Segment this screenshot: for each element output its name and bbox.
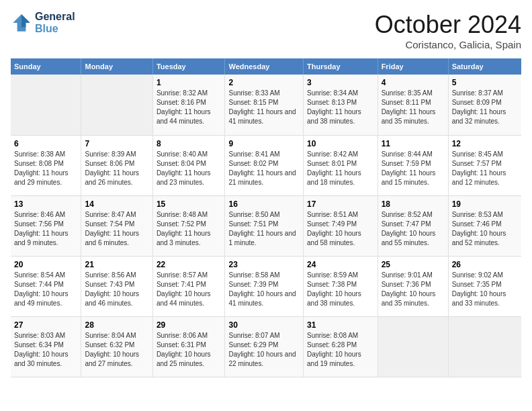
calendar-cell: 5Sunrise: 8:37 AM Sunset: 8:09 PM Daylig… (448, 75, 521, 135)
calendar-cell: 15Sunrise: 8:48 AM Sunset: 7:52 PM Dayli… (152, 195, 225, 256)
day-number: 20 (14, 260, 77, 269)
day-number: 28 (85, 320, 148, 330)
calendar-cell: 7Sunrise: 8:39 AM Sunset: 8:06 PM Daylig… (81, 135, 152, 195)
day-detail: Sunrise: 8:53 AM Sunset: 7:46 PM Dayligh… (452, 210, 518, 248)
calendar-cell: 3Sunrise: 8:34 AM Sunset: 8:13 PM Daylig… (304, 75, 378, 135)
day-number: 27 (14, 320, 77, 330)
logo-text: General Blue (35, 11, 75, 35)
day-detail: Sunrise: 8:59 AM Sunset: 7:38 PM Dayligh… (307, 271, 374, 308)
calendar-cell: 25Sunrise: 9:01 AM Sunset: 7:36 PM Dayli… (378, 256, 448, 316)
calendar-cell (448, 316, 521, 377)
day-number: 13 (14, 199, 77, 209)
day-detail: Sunrise: 8:07 AM Sunset: 6:29 PM Dayligh… (228, 331, 300, 369)
day-detail: Sunrise: 8:51 AM Sunset: 7:49 PM Dayligh… (307, 210, 374, 248)
day-number: 21 (85, 260, 148, 269)
calendar-cell: 27Sunrise: 8:03 AM Sunset: 6:34 PM Dayli… (11, 316, 81, 377)
calendar-cell: 4Sunrise: 8:35 AM Sunset: 8:11 PM Daylig… (378, 75, 448, 135)
calendar-cell: 9Sunrise: 8:41 AM Sunset: 8:02 PM Daylig… (225, 135, 304, 195)
calendar-cell: 13Sunrise: 8:46 AM Sunset: 7:56 PM Dayli… (11, 195, 81, 256)
logo-icon (11, 12, 32, 34)
day-detail: Sunrise: 8:32 AM Sunset: 8:16 PM Dayligh… (157, 89, 222, 126)
day-number: 7 (85, 139, 148, 148)
day-detail: Sunrise: 8:33 AM Sunset: 8:15 PM Dayligh… (228, 89, 300, 126)
day-number: 1 (157, 78, 222, 87)
day-number: 3 (307, 78, 374, 87)
title-block: October 2024 Coristanco, Galicia, Spain (375, 11, 521, 50)
day-number: 8 (157, 139, 222, 148)
calendar-cell: 18Sunrise: 8:52 AM Sunset: 7:47 PM Dayli… (378, 195, 448, 256)
calendar-cell: 29Sunrise: 8:06 AM Sunset: 6:31 PM Dayli… (152, 316, 225, 377)
calendar-table: SundayMondayTuesdayWednesdayThursdayFrid… (11, 58, 521, 377)
calendar-week-row: 13Sunrise: 8:46 AM Sunset: 7:56 PM Dayli… (11, 195, 521, 256)
day-detail: Sunrise: 8:46 AM Sunset: 7:56 PM Dayligh… (14, 210, 77, 248)
calendar-cell: 19Sunrise: 8:53 AM Sunset: 7:46 PM Dayli… (448, 195, 521, 256)
day-number: 9 (228, 139, 300, 148)
day-number: 18 (382, 199, 445, 209)
day-detail: Sunrise: 8:38 AM Sunset: 8:08 PM Dayligh… (14, 150, 77, 187)
day-detail: Sunrise: 8:40 AM Sunset: 8:04 PM Dayligh… (157, 150, 222, 187)
day-number: 6 (14, 139, 77, 148)
day-number: 14 (85, 199, 148, 209)
calendar-cell: 23Sunrise: 8:58 AM Sunset: 7:39 PM Dayli… (225, 256, 304, 316)
weekday-header: Tuesday (152, 58, 225, 75)
calendar-cell: 17Sunrise: 8:51 AM Sunset: 7:49 PM Dayli… (304, 195, 378, 256)
day-number: 11 (382, 139, 445, 148)
weekday-header: Saturday (448, 58, 521, 75)
day-number: 22 (157, 260, 222, 269)
day-number: 26 (452, 260, 518, 269)
day-detail: Sunrise: 8:58 AM Sunset: 7:39 PM Dayligh… (228, 271, 300, 308)
day-detail: Sunrise: 8:44 AM Sunset: 7:59 PM Dayligh… (382, 150, 445, 187)
calendar-cell: 10Sunrise: 8:42 AM Sunset: 8:01 PM Dayli… (304, 135, 378, 195)
calendar-cell: 1Sunrise: 8:32 AM Sunset: 8:16 PM Daylig… (152, 75, 225, 135)
day-number: 30 (228, 320, 300, 330)
day-detail: Sunrise: 8:45 AM Sunset: 7:57 PM Dayligh… (452, 150, 518, 187)
calendar-cell: 21Sunrise: 8:56 AM Sunset: 7:43 PM Dayli… (81, 256, 152, 316)
calendar-cell: 22Sunrise: 8:57 AM Sunset: 7:41 PM Dayli… (152, 256, 225, 316)
calendar-cell: 12Sunrise: 8:45 AM Sunset: 7:57 PM Dayli… (448, 135, 521, 195)
page-header: General Blue October 2024 Coristanco, Ga… (11, 11, 521, 50)
day-detail: Sunrise: 8:34 AM Sunset: 8:13 PM Dayligh… (307, 89, 374, 126)
calendar-cell (11, 75, 81, 135)
day-number: 2 (228, 78, 300, 87)
calendar-week-row: 27Sunrise: 8:03 AM Sunset: 6:34 PM Dayli… (11, 316, 521, 377)
day-detail: Sunrise: 8:37 AM Sunset: 8:09 PM Dayligh… (452, 89, 518, 126)
weekday-header: Wednesday (225, 58, 304, 75)
day-detail: Sunrise: 8:57 AM Sunset: 7:41 PM Dayligh… (157, 271, 222, 308)
calendar-cell: 30Sunrise: 8:07 AM Sunset: 6:29 PM Dayli… (225, 316, 304, 377)
day-number: 12 (452, 139, 518, 148)
day-number: 15 (157, 199, 222, 209)
day-detail: Sunrise: 8:47 AM Sunset: 7:54 PM Dayligh… (85, 210, 148, 248)
logo: General Blue (11, 11, 75, 35)
day-number: 16 (228, 199, 300, 209)
calendar-cell: 8Sunrise: 8:40 AM Sunset: 8:04 PM Daylig… (152, 135, 225, 195)
weekday-header: Thursday (304, 58, 378, 75)
calendar-cell: 24Sunrise: 8:59 AM Sunset: 7:38 PM Dayli… (304, 256, 378, 316)
day-detail: Sunrise: 8:41 AM Sunset: 8:02 PM Dayligh… (228, 150, 300, 187)
day-number: 24 (307, 260, 374, 269)
weekday-header: Monday (81, 58, 152, 75)
day-number: 29 (157, 320, 222, 330)
calendar-cell: 20Sunrise: 8:54 AM Sunset: 7:44 PM Dayli… (11, 256, 81, 316)
day-detail: Sunrise: 8:08 AM Sunset: 6:28 PM Dayligh… (307, 331, 374, 369)
svg-marker-1 (21, 14, 30, 27)
day-detail: Sunrise: 8:03 AM Sunset: 6:34 PM Dayligh… (14, 331, 77, 369)
day-detail: Sunrise: 9:02 AM Sunset: 7:35 PM Dayligh… (452, 271, 518, 308)
day-number: 19 (452, 199, 518, 209)
calendar-cell: 16Sunrise: 8:50 AM Sunset: 7:51 PM Dayli… (225, 195, 304, 256)
day-detail: Sunrise: 8:48 AM Sunset: 7:52 PM Dayligh… (157, 210, 222, 248)
month-title: October 2024 (375, 11, 521, 39)
day-number: 23 (228, 260, 300, 269)
day-detail: Sunrise: 8:56 AM Sunset: 7:43 PM Dayligh… (85, 271, 148, 308)
calendar-cell: 26Sunrise: 9:02 AM Sunset: 7:35 PM Dayli… (448, 256, 521, 316)
calendar-cell: 2Sunrise: 8:33 AM Sunset: 8:15 PM Daylig… (225, 75, 304, 135)
calendar-cell (378, 316, 448, 377)
calendar-cell: 31Sunrise: 8:08 AM Sunset: 6:28 PM Dayli… (304, 316, 378, 377)
day-detail: Sunrise: 9:01 AM Sunset: 7:36 PM Dayligh… (382, 271, 445, 308)
location-subtitle: Coristanco, Galicia, Spain (375, 39, 521, 50)
day-number: 31 (307, 320, 374, 330)
weekday-header-row: SundayMondayTuesdayWednesdayThursdayFrid… (11, 58, 521, 75)
calendar-week-row: 1Sunrise: 8:32 AM Sunset: 8:16 PM Daylig… (11, 75, 521, 135)
day-number: 25 (382, 260, 445, 269)
day-detail: Sunrise: 8:39 AM Sunset: 8:06 PM Dayligh… (85, 150, 148, 187)
day-detail: Sunrise: 8:54 AM Sunset: 7:44 PM Dayligh… (14, 271, 77, 308)
